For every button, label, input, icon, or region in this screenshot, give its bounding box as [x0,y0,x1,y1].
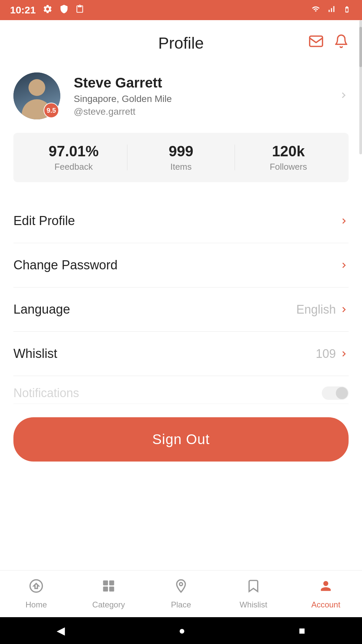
profile-name: Steve Garrett [74,75,339,91]
nav-item-category[interactable]: Category [72,571,145,617]
menu-item-edit-profile[interactable]: Edit Profile [13,199,349,243]
menu-item-partial: Notifications [13,376,349,404]
header-actions [308,34,349,52]
followers-label: Followers [235,162,342,172]
page-title: Profile [54,34,308,52]
status-right [310,5,352,16]
status-time: 10:21 [10,4,36,16]
battery-icon [342,5,352,15]
nav-item-whislist[interactable]: Whislist [217,571,290,617]
status-left: 10:21 [10,4,84,16]
signout-button[interactable]: Sign Out [13,417,349,462]
bottom-nav: Home Category Place Whislist [0,570,362,617]
android-home-button[interactable]: ● [179,625,185,637]
change-password-label: Change Password [13,258,118,272]
account-nav-icon [318,579,333,597]
whislist-right: 109 [316,347,349,361]
profile-username: @steve.garrett [74,106,339,117]
rating-badge: 9.5 [44,103,59,118]
feedback-value: 97.01% [20,143,127,160]
signal-icon [327,5,336,16]
nav-item-account[interactable]: Account [290,571,362,617]
shield-status-icon [59,4,69,16]
svg-rect-4 [103,586,108,591]
stats-bar: 97.01% Feedback 999 Items 120k Followers [13,133,349,182]
menu-item-whislist[interactable]: Whislist 109 [13,332,349,376]
place-nav-label: Place [171,600,191,609]
settings-status-icon [43,4,53,16]
signout-container: Sign Out [0,404,362,478]
profile-section: 9.5 Steve Garrett Singapore, Golden Mile… [0,59,362,129]
nav-item-place[interactable]: Place [145,571,217,617]
followers-value: 120k [235,143,342,160]
profile-chevron[interactable] [339,89,349,103]
edit-profile-right [339,216,349,226]
language-label: Language [13,302,70,317]
whislist-label: Whislist [13,346,57,361]
profile-location: Singapore, Golden Mile [74,94,339,104]
bell-icon[interactable] [334,34,349,52]
items-label: Items [127,162,234,172]
svg-point-1 [30,580,43,592]
header: Profile [0,20,362,59]
change-password-right [339,261,349,270]
whislist-nav-icon [246,579,261,597]
stat-items: 999 Items [127,143,234,172]
category-nav-icon [101,579,116,597]
nav-item-home[interactable]: Home [0,571,72,617]
whislist-nav-label: Whislist [240,600,267,609]
partial-right [322,386,349,400]
menu-section: Edit Profile Change Password Language En… [0,199,362,404]
menu-item-change-password[interactable]: Change Password [13,243,349,287]
home-nav-icon [29,579,44,597]
partial-label: Notifications [13,386,79,400]
wifi-icon [310,5,321,15]
menu-item-language[interactable]: Language English [13,287,349,332]
svg-rect-2 [103,580,108,585]
android-nav-bar: ◀ ● ■ [0,617,362,644]
category-nav-label: Category [92,600,125,609]
clipboard-status-icon [75,5,84,15]
android-recent-button[interactable]: ■ [299,625,305,637]
svg-rect-0 [310,36,322,47]
language-value: English [296,303,336,317]
stat-feedback: 97.01% Feedback [20,143,127,172]
home-nav-label: Home [25,600,47,609]
stat-followers: 120k Followers [235,143,342,172]
place-nav-icon [174,579,188,597]
status-bar: 10:21 [0,0,362,20]
whislist-value: 109 [316,347,336,361]
edit-profile-label: Edit Profile [13,214,75,228]
svg-rect-5 [109,586,114,591]
android-back-button[interactable]: ◀ [57,624,65,637]
profile-info: Steve Garrett Singapore, Golden Mile @st… [74,75,339,117]
items-value: 999 [127,143,234,160]
email-icon[interactable] [308,34,324,52]
language-right: English [296,303,349,317]
feedback-label: Feedback [20,162,127,172]
avatar-container: 9.5 [13,72,60,119]
account-nav-label: Account [311,600,341,609]
svg-rect-3 [109,580,114,585]
